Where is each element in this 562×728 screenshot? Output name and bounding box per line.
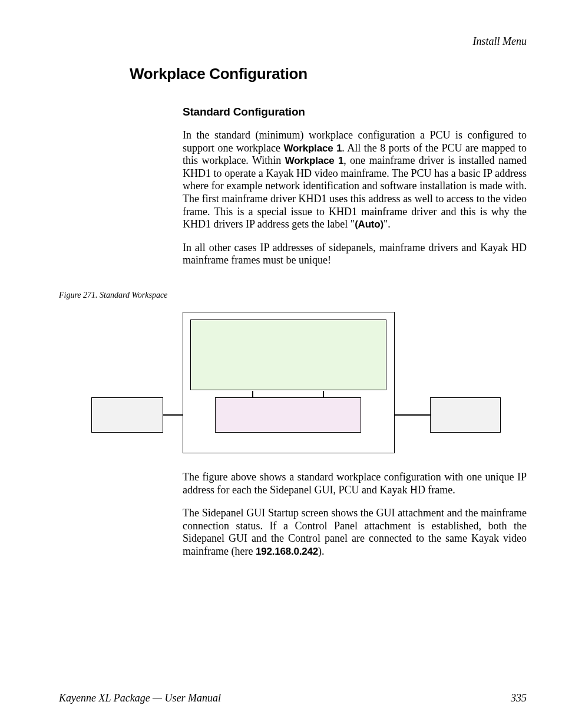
document-page: Install Menu Workplace Configuration Sta… (0, 0, 562, 728)
diagram-connector-right (395, 414, 431, 416)
page-footer: Kayenne XL Package — User Manual 335 (59, 692, 527, 704)
diagram-workplace-box (190, 319, 386, 390)
bold-run: 192.168.0.242 (256, 546, 318, 557)
paragraph-1: In the standard (minimum) workplace conf… (183, 129, 527, 231)
bold-run: (Auto) (355, 219, 384, 230)
diagram-tick (252, 391, 253, 398)
page-number: 335 (511, 692, 527, 704)
figure-caption: Figure 271. Standard Workspace (59, 291, 527, 300)
diagram-frame-box (430, 397, 501, 433)
bold-run: Workplace 1 (285, 155, 344, 166)
diagram-connector-left (163, 414, 183, 416)
paragraph-4: The Sidepanel GUI Startup screen shows t… (183, 507, 527, 558)
text-run: The Sidepanel GUI Startup screen shows t… (183, 507, 527, 557)
text-run: ". (384, 218, 391, 230)
diagram-khd-box (215, 397, 361, 433)
text-run: ). (318, 545, 325, 557)
heading-1: Workplace Configuration (130, 65, 527, 83)
footer-title: Kayenne XL Package — User Manual (59, 692, 221, 704)
bold-run: Workplace 1 (284, 143, 342, 154)
diagram-sidepanel-box (91, 397, 163, 433)
paragraph-2: In all other cases IP addresses of sidep… (183, 242, 527, 267)
header-section-title: Install Menu (473, 35, 527, 48)
diagram-tick (323, 391, 324, 398)
paragraph-3: The figure above shows a standard workpl… (183, 471, 527, 496)
heading-2: Standard Configuration (183, 106, 527, 118)
figure-diagram (59, 306, 530, 453)
